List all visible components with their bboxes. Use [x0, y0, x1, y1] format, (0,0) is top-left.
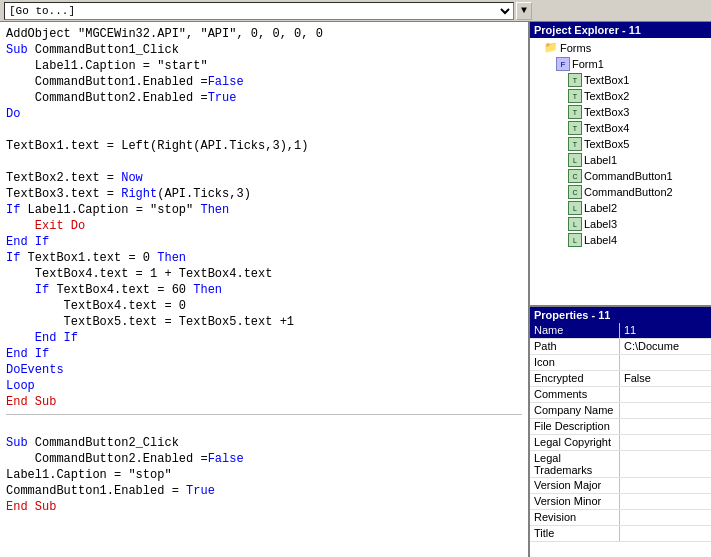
prop-name-icon: Icon — [530, 355, 620, 370]
prop-name-filedesc: File Description — [530, 419, 620, 434]
tree-label-cmd1: CommandButton1 — [584, 170, 673, 182]
tree-item-textbox2[interactable]: T TextBox2 — [532, 88, 709, 104]
project-explorer-title: Project Explorer - 11 — [530, 22, 711, 38]
prop-row-vermajor[interactable]: Version Major — [530, 478, 711, 494]
prop-value-name: 11 — [620, 323, 711, 338]
dropdown-arrow-btn[interactable]: ▼ — [516, 2, 532, 20]
tree-item-commandbutton1[interactable]: C CommandButton1 — [532, 168, 709, 184]
prop-row-title[interactable]: Title — [530, 526, 711, 542]
tree-item-textbox5[interactable]: T TextBox5 — [532, 136, 709, 152]
tree-label-label1: Label1 — [584, 154, 617, 166]
tree-item-textbox1[interactable]: T TextBox1 — [532, 72, 709, 88]
prop-value-icon — [620, 355, 711, 370]
control-icon-label3: L — [568, 217, 582, 231]
tree-label-textbox5: TextBox5 — [584, 138, 629, 150]
tree-item-label2[interactable]: L Label2 — [532, 200, 709, 216]
control-icon-textbox2: T — [568, 89, 582, 103]
tree-label-label3: Label3 — [584, 218, 617, 230]
tree-label-textbox4: TextBox4 — [584, 122, 629, 134]
tree-label-label4: Label4 — [584, 234, 617, 246]
tree-label-textbox1: TextBox1 — [584, 74, 629, 86]
properties-panel: Properties - 11 Name 11 Path C:\Docume I… — [530, 307, 711, 557]
control-icon-label1: L — [568, 153, 582, 167]
prop-name-vermajor: Version Major — [530, 478, 620, 493]
prop-value-verminor — [620, 494, 711, 509]
control-icon-label4: L — [568, 233, 582, 247]
goto-dropdown[interactable]: [Go to...] — [4, 2, 514, 20]
prop-value-comments — [620, 387, 711, 402]
tree-label-textbox2: TextBox2 — [584, 90, 629, 102]
tree-item-forms[interactable]: 📁 Forms — [532, 40, 709, 56]
tree-label-label2: Label2 — [584, 202, 617, 214]
tree-item-textbox4[interactable]: T TextBox4 — [532, 120, 709, 136]
prop-row-revision[interactable]: Revision — [530, 510, 711, 526]
prop-row-filedesc[interactable]: File Description — [530, 419, 711, 435]
control-icon-textbox3: T — [568, 105, 582, 119]
prop-row-verminor[interactable]: Version Minor — [530, 494, 711, 510]
tree-item-form1[interactable]: F Form1 — [532, 56, 709, 72]
tree-item-textbox3[interactable]: T TextBox3 — [532, 104, 709, 120]
prop-name-legalcopy: Legal Copyright — [530, 435, 620, 450]
tree-item-label4[interactable]: L Label4 — [532, 232, 709, 248]
tree-label-forms: Forms — [560, 42, 591, 54]
form-icon: F — [556, 57, 570, 71]
top-bar: [Go to...] ▼ — [0, 0, 711, 22]
properties-title: Properties - 11 — [530, 307, 711, 323]
control-icon-textbox5: T — [568, 137, 582, 151]
prop-name-companyname: Company Name — [530, 403, 620, 418]
prop-row-comments[interactable]: Comments — [530, 387, 711, 403]
prop-row-companyname[interactable]: Company Name — [530, 403, 711, 419]
prop-name-legalmark: Legal Trademarks — [530, 451, 620, 477]
tree-label-form1: Form1 — [572, 58, 604, 70]
prop-name-verminor: Version Minor — [530, 494, 620, 509]
prop-value-vermajor — [620, 478, 711, 493]
prop-row-path[interactable]: Path C:\Docume — [530, 339, 711, 355]
prop-name-encrypted: Encrypted — [530, 371, 620, 386]
folder-icon: 📁 — [544, 41, 558, 55]
prop-row-encrypted[interactable]: Encrypted False — [530, 371, 711, 387]
prop-row-legalcopy[interactable]: Legal Copyright — [530, 435, 711, 451]
prop-name-path: Path — [530, 339, 620, 354]
prop-value-path: C:\Docume — [620, 339, 711, 354]
prop-name-revision: Revision — [530, 510, 620, 525]
prop-name-title: Title — [530, 526, 620, 541]
project-explorer: Project Explorer - 11 📁 Forms F Form1 T … — [530, 22, 711, 307]
properties-table[interactable]: Name 11 Path C:\Docume Icon Encrypted Fa… — [530, 323, 711, 557]
control-icon-label2: L — [568, 201, 582, 215]
right-panel: Project Explorer - 11 📁 Forms F Form1 T … — [530, 22, 711, 557]
prop-row-name[interactable]: Name 11 — [530, 323, 711, 339]
prop-value-encrypted: False — [620, 371, 711, 386]
prop-row-icon[interactable]: Icon — [530, 355, 711, 371]
prop-value-filedesc — [620, 419, 711, 434]
prop-value-title — [620, 526, 711, 541]
control-icon-textbox1: T — [568, 73, 582, 87]
tree-item-label3[interactable]: L Label3 — [532, 216, 709, 232]
prop-name-name: Name — [530, 323, 620, 338]
prop-name-comments: Comments — [530, 387, 620, 402]
code-editor[interactable]: AddObject "MGCEWin32.API", "API", 0, 0, … — [0, 22, 528, 557]
control-icon-textbox4: T — [568, 121, 582, 135]
main-area: AddObject "MGCEWin32.API", "API", 0, 0, … — [0, 22, 711, 557]
control-icon-cmd2: C — [568, 185, 582, 199]
prop-value-legalmark — [620, 451, 711, 477]
code-panel: AddObject "MGCEWin32.API", "API", 0, 0, … — [0, 22, 530, 557]
tree-label-textbox3: TextBox3 — [584, 106, 629, 118]
prop-value-companyname — [620, 403, 711, 418]
prop-value-revision — [620, 510, 711, 525]
prop-value-legalcopy — [620, 435, 711, 450]
tree-label-cmd2: CommandButton2 — [584, 186, 673, 198]
tree-item-label1[interactable]: L Label1 — [532, 152, 709, 168]
project-tree[interactable]: 📁 Forms F Form1 T TextBox1 T TextBox2 T — [530, 38, 711, 305]
tree-item-commandbutton2[interactable]: C CommandButton2 — [532, 184, 709, 200]
prop-row-legalmark[interactable]: Legal Trademarks — [530, 451, 711, 478]
control-icon-cmd1: C — [568, 169, 582, 183]
